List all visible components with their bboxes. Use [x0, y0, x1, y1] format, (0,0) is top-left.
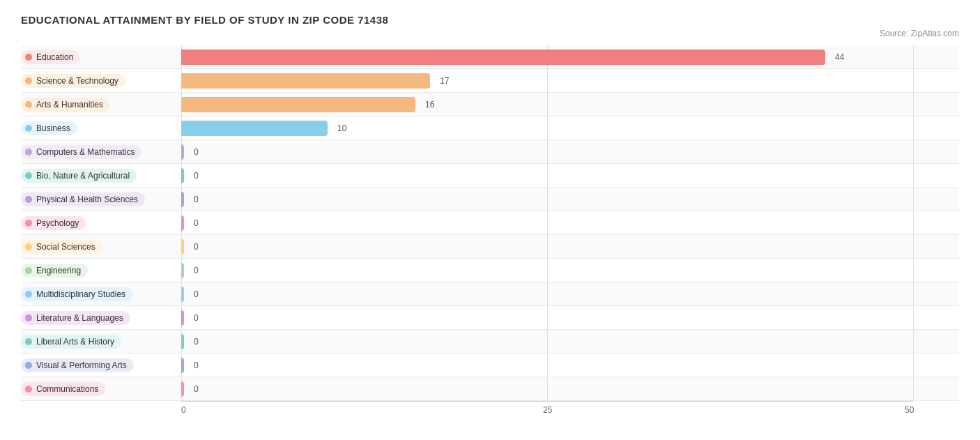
bar-label: Computers & Mathematics: [36, 147, 135, 157]
label-pill: Multidisciplinary Studies: [21, 287, 181, 301]
bar: [181, 144, 184, 160]
bar-area: 0: [181, 354, 959, 377]
bar-label: Bio, Nature & Agricultural: [36, 171, 130, 181]
pill-dot: [25, 196, 32, 203]
label-pill: Arts & Humanities: [21, 98, 181, 112]
grid-line: [913, 211, 914, 234]
bar-label: Arts & Humanities: [36, 100, 103, 109]
bar-area: 0: [181, 282, 959, 305]
bar-value: 0: [194, 384, 199, 394]
chart-title: EDUCATIONAL ATTAINMENT BY FIELD OF STUDY…: [21, 14, 959, 26]
grid-line: [913, 116, 914, 139]
bar-row: Visual & Performing Arts0: [21, 354, 959, 377]
bar-area: 0: [181, 188, 959, 211]
bar-value: 17: [440, 76, 449, 86]
bar-area: 16: [181, 93, 959, 116]
grid-line: [547, 282, 548, 305]
grid-line: [547, 69, 548, 92]
pill-dot: [25, 77, 32, 84]
bar: [181, 215, 184, 231]
pill-dot: [25, 101, 32, 108]
label-pill: Computers & Mathematics: [21, 145, 181, 159]
bar-label: Visual & Performing Arts: [36, 361, 127, 370]
bar-value: 0: [194, 147, 199, 157]
pill-dot: [25, 149, 32, 155]
bar: [181, 168, 184, 183]
bar-value: 10: [337, 123, 346, 133]
grid-line: [913, 354, 914, 377]
label-pill: Communications: [21, 382, 181, 396]
bar-label: Engineering: [36, 266, 81, 275]
grid-line: [547, 330, 548, 353]
bar-value: 0: [194, 337, 199, 347]
grid-line: [913, 188, 914, 211]
label-pill: Psychology: [21, 216, 181, 230]
bar: [181, 121, 328, 136]
grid-line: [913, 377, 914, 400]
bar-row: Science & Technology17: [21, 69, 959, 93]
grid-line: [913, 140, 914, 163]
x-axis-label: 0: [181, 405, 186, 415]
grid-line: [913, 69, 914, 92]
bar-label: Multidisciplinary Studies: [36, 289, 125, 299]
bar-label: Physical & Health Sciences: [36, 195, 138, 204]
grid-line: [913, 45, 914, 68]
grid-line: [547, 211, 548, 234]
bar-label: Education: [36, 52, 73, 62]
bar-value: 44: [835, 52, 844, 62]
bar-label: Psychology: [36, 218, 79, 228]
pill-dot: [25, 338, 32, 345]
pill-dot: [25, 386, 32, 393]
bar-value: 16: [425, 100, 434, 109]
x-axis-label: 50: [905, 405, 914, 415]
grid-line: [913, 235, 914, 258]
bar: [181, 73, 430, 89]
source-label: Source: ZipAtlas.com: [21, 29, 959, 38]
bar-row: Education44: [21, 45, 959, 69]
grid-line: [547, 354, 548, 377]
bar-area: 44: [181, 45, 959, 68]
bar-value: 0: [194, 266, 199, 275]
pill-dot: [25, 54, 32, 61]
bar-row: Communications0: [21, 377, 959, 401]
x-axis: 02550: [181, 401, 913, 405]
bar-area: 0: [181, 140, 959, 163]
bar-area: 0: [181, 211, 959, 234]
grid-line: [913, 330, 914, 353]
bar-row: Physical & Health Sciences0: [21, 188, 959, 211]
bar-value: 0: [194, 289, 199, 299]
bar: [181, 310, 184, 326]
bar-area: 0: [181, 259, 959, 282]
bar-label: Literature & Languages: [36, 313, 123, 323]
label-pill: Science & Technology: [21, 74, 181, 88]
pill-dot: [25, 243, 32, 250]
label-pill: Visual & Performing Arts: [21, 358, 181, 372]
pill-dot: [25, 125, 32, 132]
bar-label: Business: [36, 123, 70, 133]
grid-line: [547, 116, 548, 139]
bar-area: 17: [181, 69, 959, 92]
grid-line: [913, 282, 914, 305]
bar-label: Science & Technology: [36, 76, 118, 86]
grid-line: [547, 140, 548, 163]
bar-row: Psychology0: [21, 211, 959, 235]
grid-line: [547, 235, 548, 258]
bar-value: 0: [194, 242, 199, 252]
pill-dot: [25, 314, 32, 321]
bar-label: Communications: [36, 384, 98, 394]
bar-label: Social Sciences: [36, 242, 95, 252]
bar: [181, 358, 184, 373]
bar: [181, 381, 184, 397]
bar-value: 0: [194, 171, 199, 181]
bar-row: Business10: [21, 116, 959, 140]
bar: [181, 50, 825, 65]
pill-dot: [25, 362, 32, 369]
bar-area: 0: [181, 330, 959, 353]
bar-area: 0: [181, 235, 959, 258]
bar: [181, 192, 184, 207]
grid-line: [913, 164, 914, 187]
bar: [181, 97, 415, 112]
bar-value: 0: [194, 195, 199, 204]
bar-area: 0: [181, 377, 959, 400]
bar-row: Multidisciplinary Studies0: [21, 282, 959, 306]
